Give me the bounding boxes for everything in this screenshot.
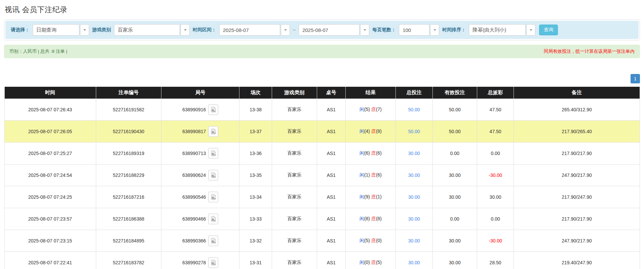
player-result: 闲 xyxy=(359,150,364,156)
valid-bet: 50.00 xyxy=(432,99,477,121)
session-number: 13-35 xyxy=(239,164,272,186)
round-id: 638990366 xyxy=(182,238,206,243)
total-bet-link[interactable]: 30.00 xyxy=(396,186,433,208)
video-replay-icon[interactable] xyxy=(208,257,218,268)
total-payout: 47.50 xyxy=(477,99,514,121)
table-number: AS1 xyxy=(317,99,345,121)
valid-bet: 30.00 xyxy=(432,164,477,186)
date-to-select[interactable]: 2025-08-07 xyxy=(299,24,369,36)
player-score: (0) xyxy=(364,260,370,265)
bet-id: 522716188229 xyxy=(96,164,161,186)
banker-result: 庄 xyxy=(371,260,376,265)
session-number: 13-33 xyxy=(239,208,272,230)
query-type-select[interactable]: 日期查询 xyxy=(33,24,89,36)
time-sort-label: 时间排序： xyxy=(442,27,466,33)
round-id: 638990624 xyxy=(182,172,206,178)
chevron-down-icon xyxy=(360,24,369,36)
remark: 217.90/217.90 xyxy=(514,143,640,164)
page-size-label: 每页笔数： xyxy=(372,27,396,33)
bet-id: 522716187216 xyxy=(96,186,161,208)
round-id: 638990713 xyxy=(182,151,206,156)
player-result: 闲 xyxy=(359,172,364,178)
bet-id: 522716191582 xyxy=(96,99,161,121)
total-bet-link[interactable]: 30.00 xyxy=(396,230,433,252)
video-replay-icon[interactable] xyxy=(208,235,218,246)
table-row: 2025-08-07 07:25:27522716189319638990713… xyxy=(4,143,640,164)
game-category-label: 游戏类别 xyxy=(92,27,111,33)
date-from-select[interactable]: 2025-08-07 xyxy=(219,24,290,36)
total-bet-link[interactable]: 30.00 xyxy=(396,164,433,186)
remark: 265.40/312.90 xyxy=(514,99,640,121)
search-button[interactable]: 查询 xyxy=(539,25,558,35)
pagination: 1 xyxy=(4,74,640,83)
pagination-page-1[interactable]: 1 xyxy=(631,74,640,83)
bet-id: 522716189319 xyxy=(96,143,161,164)
betting-records-page: 视讯 会员下注纪录 请选择： 日期查询 游戏类别 百家乐 时间区间： 2025-… xyxy=(0,0,644,269)
total-bet-link[interactable]: 30.00 xyxy=(396,143,433,164)
round-cell: 638990624 xyxy=(161,164,239,186)
session-number: 13-31 xyxy=(239,252,272,269)
banker-score: (7) xyxy=(376,107,382,112)
valid-bet: 30.00 xyxy=(432,252,477,269)
video-replay-icon[interactable] xyxy=(208,148,218,159)
total-bet-link[interactable]: 50.00 xyxy=(396,121,433,143)
game-result: 闲(4) 庄(8) xyxy=(345,121,395,143)
time-range-label: 时间区间： xyxy=(193,27,216,33)
player-result: 闲 xyxy=(359,216,364,221)
banker-score: (8) xyxy=(376,216,382,221)
total-payout: -30.00 xyxy=(477,230,514,252)
page-size-select[interactable]: 100 xyxy=(399,24,439,36)
betting-records-table: 时间注单编号局号场次游戏类别桌号结果总投注有效投注总派彩备注 2025-08-0… xyxy=(4,87,640,269)
game-category: 百家乐 xyxy=(272,252,317,269)
query-type-label: 请选择： xyxy=(11,27,30,33)
banker-score: (0) xyxy=(376,238,382,243)
bet-time: 2025-08-07 07:26:43 xyxy=(4,99,96,121)
banker-score: (5) xyxy=(376,260,382,265)
round-id: 638990466 xyxy=(182,216,206,222)
video-replay-icon[interactable] xyxy=(208,214,218,224)
round-id: 638990817 xyxy=(182,129,206,134)
table-number: AS1 xyxy=(317,121,345,143)
game-result: 闲(6) 庄(6) xyxy=(345,143,395,164)
remark: 217.90/217.90 xyxy=(514,208,640,230)
player-score: (8) xyxy=(364,216,370,221)
time-sort-select[interactable]: 降幂(由大到小) xyxy=(469,24,535,36)
game-category: 百家乐 xyxy=(272,164,317,186)
video-replay-icon[interactable] xyxy=(208,170,218,181)
column-header: 总投注 xyxy=(396,87,433,99)
total-bet-link[interactable]: 30.00 xyxy=(396,208,433,230)
video-replay-icon[interactable] xyxy=(208,126,218,137)
video-replay-icon[interactable] xyxy=(208,192,218,202)
banker-score: (6) xyxy=(376,150,382,156)
game-category: 百家乐 xyxy=(272,143,317,164)
column-header: 游戏类别 xyxy=(272,87,317,99)
table-number: AS1 xyxy=(317,186,345,208)
column-header: 有效投注 xyxy=(432,87,477,99)
round-id: 638990546 xyxy=(182,194,206,200)
total-bet-link[interactable]: 30.00 xyxy=(396,252,433,269)
video-replay-icon[interactable] xyxy=(208,104,218,115)
column-header: 注单编号 xyxy=(96,87,161,99)
game-category: 百家乐 xyxy=(272,121,317,143)
table-row: 2025-08-07 07:26:43522716191582638990916… xyxy=(4,99,640,121)
total-bet-link[interactable]: 50.00 xyxy=(396,99,433,121)
game-result: 闲(1) 庄(6) xyxy=(345,164,395,186)
table-row: 2025-08-07 07:22:41522716183782638990278… xyxy=(4,252,640,269)
round-cell: 638990466 xyxy=(161,208,239,230)
bet-time: 2025-08-07 07:22:41 xyxy=(4,252,96,269)
game-result: 闲(5) 庄(0) xyxy=(345,230,395,252)
banker-result: 庄 xyxy=(371,172,376,178)
table-row: 2025-08-07 07:26:05522716190430638990817… xyxy=(4,121,640,143)
chevron-down-icon xyxy=(430,24,439,36)
remark: 217.90/265.40 xyxy=(514,121,640,143)
round-cell: 638990817 xyxy=(161,121,239,143)
total-payout: 28.50 xyxy=(477,252,514,269)
round-cell: 638990916 xyxy=(161,99,239,121)
game-category-select[interactable]: 百家乐 xyxy=(114,24,190,36)
filter-panel: 请选择： 日期查询 游戏类别 百家乐 时间区间： 2025-08-07 ~ 20… xyxy=(4,20,640,40)
player-result: 闲 xyxy=(359,128,364,134)
column-header: 桌号 xyxy=(317,87,345,99)
column-header: 场次 xyxy=(239,87,272,99)
total-payout: 30.00 xyxy=(477,186,514,208)
bet-time: 2025-08-07 07:24:25 xyxy=(4,186,96,208)
